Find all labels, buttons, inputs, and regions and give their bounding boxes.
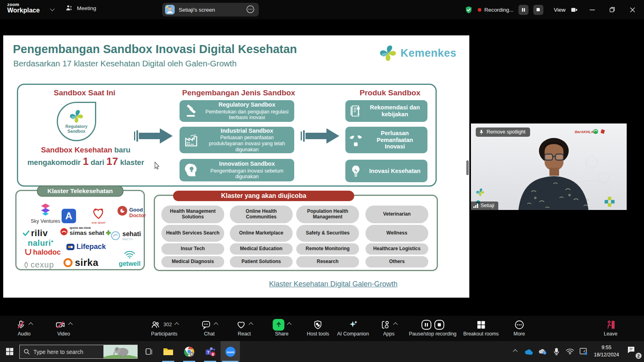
cluster-pill: Online Marketplace bbox=[230, 225, 293, 242]
stop-recording-button[interactable] bbox=[533, 5, 543, 15]
slide-subtitle: Berdasarkan 17 klaster Kesehatan Digital… bbox=[13, 59, 237, 68]
search-icon bbox=[24, 349, 30, 355]
lifepack-pills-icon bbox=[66, 244, 74, 250]
panel-drag-handle[interactable] bbox=[467, 161, 468, 175]
teams-button[interactable]: T 8 bbox=[201, 341, 219, 362]
microphone-tray-icon[interactable] bbox=[549, 341, 564, 362]
inovasi-card: Inovasi Kesehatan bbox=[345, 160, 427, 182]
audio-button[interactable]: Audio bbox=[16, 319, 33, 337]
gavel-icon bbox=[180, 103, 204, 119]
share-screen-icon bbox=[273, 319, 285, 331]
logo-good-doctor: Good Doctor bbox=[117, 206, 146, 218]
chrome-button[interactable] bbox=[180, 341, 198, 362]
logo-naluri: naluri● bbox=[28, 239, 54, 248]
tab-meeting[interactable]: Meeting bbox=[65, 4, 96, 12]
video-options-chevron[interactable] bbox=[68, 322, 72, 327]
minimize-button[interactable] bbox=[586, 4, 598, 16]
onedrive-icon[interactable] bbox=[522, 341, 536, 362]
restore-window-button[interactable] bbox=[606, 4, 618, 16]
slide-title: Pengembangan Sandbox Inovasi Digital Kes… bbox=[13, 43, 297, 56]
react-button[interactable]: React bbox=[236, 319, 253, 337]
card-desc: Pembentukan dan pengujian regulasi berba… bbox=[204, 109, 290, 121]
view-button-label[interactable]: View bbox=[554, 7, 566, 13]
cluster-pill: Wellness bbox=[365, 225, 428, 242]
sandbox-diagram-box: Sandbox Saat Ini Pengembangan Jenis Sand… bbox=[17, 84, 437, 187]
recording-dot-icon bbox=[478, 8, 481, 12]
start-button[interactable] bbox=[0, 341, 19, 362]
apps-button[interactable]: Apps bbox=[381, 319, 397, 337]
react-chevron[interactable] bbox=[249, 322, 253, 327]
apps-chevron[interactable] bbox=[393, 322, 398, 327]
industrial-sandbox-card: Industrial Sandbox Perluasan pemanfaatan… bbox=[180, 127, 294, 153]
task-view-button[interactable] bbox=[140, 341, 158, 362]
logo-sirka: sirka bbox=[63, 257, 99, 268]
audio-options-chevron[interactable] bbox=[29, 322, 33, 327]
card-title: Perluasan Pemanfaatan Inovasi bbox=[366, 130, 423, 150]
ai-sparkle-icon bbox=[348, 319, 358, 330]
zoom-app-button[interactable]: zoom bbox=[221, 341, 239, 362]
pause-stop-recording-button[interactable]: Pause/stop recording bbox=[409, 319, 456, 337]
leave-button[interactable]: Leave bbox=[604, 319, 617, 337]
share-chevron[interactable] bbox=[287, 322, 291, 327]
galen-growth-link: Klaster Kesehatan Digital Galen-Growth bbox=[229, 280, 438, 288]
diujicoba-heading: Klaster yang akan diujicoba bbox=[173, 191, 354, 201]
teams-icon: T 8 bbox=[205, 346, 216, 357]
ai-companion-button[interactable]: AI Companion bbox=[337, 319, 369, 337]
desc-red: Sandbox Kesehatan bbox=[41, 146, 112, 154]
file-explorer-button[interactable] bbox=[159, 341, 177, 362]
search-placeholder: Type here to search bbox=[33, 349, 83, 355]
svg-text:zoom: zoom bbox=[227, 350, 234, 353]
good-doctor-icon bbox=[117, 206, 128, 216]
more-options-icon[interactable] bbox=[246, 5, 255, 15]
people-icon bbox=[65, 4, 73, 12]
remove-spotlight-button[interactable]: Remove spotlight bbox=[476, 128, 530, 137]
chrome-icon bbox=[184, 346, 194, 357]
view-layout-icon[interactable] bbox=[570, 6, 578, 14]
pause-recording-button[interactable] bbox=[518, 5, 528, 15]
recording-indicator: Recording... bbox=[478, 7, 514, 13]
input-indicator-icon[interactable] bbox=[576, 341, 591, 362]
windows-taskbar: Type here to search bbox=[0, 341, 644, 362]
heading-produk-sandbox: Produk Sandbox bbox=[350, 88, 430, 97]
tray-expand-button[interactable] bbox=[508, 341, 522, 362]
breakout-rooms-icon bbox=[476, 320, 486, 330]
halodoc-icon bbox=[25, 249, 32, 256]
cluster-pill: Population Health Management bbox=[296, 206, 359, 223]
logo-alodokter: A bbox=[62, 209, 76, 223]
host-tools-button[interactable]: Host tools bbox=[307, 319, 329, 337]
search-highlight-image[interactable] bbox=[103, 345, 137, 358]
cloud-sync-icon[interactable] bbox=[535, 341, 550, 362]
more-button[interactable]: More bbox=[514, 319, 525, 337]
video-button[interactable]: Video bbox=[55, 319, 72, 337]
share-button[interactable]: Share bbox=[273, 319, 291, 337]
desc-mid2: dari bbox=[89, 158, 106, 167]
participants-chevron[interactable] bbox=[174, 322, 179, 327]
tab-meeting-label: Meeting bbox=[77, 5, 96, 11]
zoom-workplace-logo: zoom Workplace bbox=[7, 2, 40, 14]
cluster-pill: Medical Education bbox=[230, 243, 293, 255]
close-button[interactable] bbox=[626, 4, 638, 16]
participants-count: 302 bbox=[163, 322, 172, 327]
tab-setiaji-screen[interactable]: Setiaji's screen bbox=[162, 3, 259, 16]
naluri-dot: ● bbox=[51, 239, 54, 243]
task-view-icon bbox=[145, 348, 153, 356]
tray-time: 9:55 bbox=[594, 344, 619, 351]
participant-video-tile[interactable]: BerAKHLAK bbox=[471, 123, 627, 210]
wifi-icon[interactable] bbox=[563, 341, 577, 362]
factory-icon bbox=[180, 132, 204, 148]
flow-arrow-icon bbox=[134, 128, 173, 144]
breakout-rooms-button[interactable]: Breakout rooms bbox=[463, 319, 499, 337]
recording-label: Recording... bbox=[484, 7, 514, 13]
cluster-pill: Health Management Solutions bbox=[161, 206, 224, 223]
mouse-cursor bbox=[155, 162, 161, 170]
clover-icon: ✤ bbox=[104, 229, 111, 236]
notification-center-button[interactable]: 2 bbox=[626, 345, 640, 358]
kemenkes-logo: Kemenkes bbox=[379, 44, 456, 62]
chat-chevron[interactable] bbox=[214, 322, 218, 327]
taskbar-search[interactable]: Type here to search bbox=[19, 345, 138, 359]
chat-button[interactable]: Chat bbox=[201, 319, 218, 337]
chevron-down-icon[interactable] bbox=[50, 6, 54, 11]
participants-button[interactable]: 302 Participants bbox=[150, 319, 178, 337]
pin-icon bbox=[479, 130, 484, 135]
taskbar-clock[interactable]: 9:55 18/12/2024 bbox=[594, 344, 619, 358]
